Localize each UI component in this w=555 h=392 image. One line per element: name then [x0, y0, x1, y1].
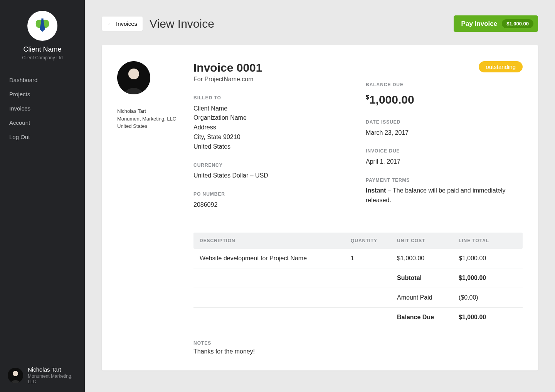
th-line-total: LINE TOTAL — [459, 238, 516, 243]
payment-terms-value: Instant – The balance will be paid and i… — [366, 186, 523, 205]
summary-label: Amount Paid — [397, 294, 459, 301]
sidebar-item-invoices[interactable]: Invoices — [0, 101, 85, 116]
status-badge: outstanding — [479, 61, 523, 72]
billed-to-country: United States — [193, 142, 350, 152]
topbar: ← Invoices View Invoice Pay Invoice $1,0… — [102, 15, 538, 32]
summary-amount-paid: Amount Paid ($0.00) — [193, 288, 523, 308]
td-line-total: $1,000.00 — [459, 255, 516, 262]
td-quantity: 1 — [351, 255, 397, 262]
svg-rect-0 — [41, 20, 44, 22]
invoice-title: Invoice 0001 — [193, 61, 350, 74]
invoice-due-label: INVOICE DUE — [366, 147, 523, 155]
sidebar-item-account[interactable]: Account — [0, 116, 85, 130]
po-number: 2086092 — [193, 200, 350, 210]
invoice-due-value: April 1, 2017 — [366, 157, 523, 167]
balance-value: 1,000.00 — [369, 93, 414, 106]
sidebar-item-dashboard[interactable]: Dashboard — [0, 73, 85, 87]
sender-name: Nicholas Tart — [117, 107, 179, 115]
currency-label: CURRENCY — [193, 162, 350, 169]
sender-info: Nicholas Tart Monument Marketing, LLC Un… — [117, 107, 179, 130]
summary-balance-due: Balance Due $1,000.00 — [193, 308, 523, 327]
billed-to-org: Organization Name — [193, 113, 350, 123]
balance-currency-symbol: $ — [366, 94, 369, 101]
svg-point-4 — [128, 69, 139, 79]
pay-invoice-button[interactable]: Pay Invoice $1,000.00 — [454, 15, 538, 32]
td-description: Website development for Project Name — [200, 255, 351, 262]
table-header: DESCRIPTION QUANTITY UNIT COST LINE TOTA… — [193, 233, 523, 249]
balance-label: BALANCE DUE — [366, 81, 523, 89]
sidebar-item-projects[interactable]: Projects — [0, 87, 85, 101]
sidebar-nav: Dashboard Projects Invoices Account Log … — [0, 73, 85, 144]
payment-terms-name: Instant — [366, 187, 386, 194]
sender-avatar — [117, 61, 150, 94]
logo — [27, 11, 57, 41]
sidebar: Client Name Client Company Ltd Dashboard… — [0, 0, 85, 392]
pay-button-amount: $1,000.00 — [502, 19, 533, 28]
summary-label: Subtotal — [397, 275, 459, 281]
payment-terms-label: PAYMENT TERMS — [366, 177, 523, 184]
sidebar-footer[interactable]: Nicholas Tart Monument Marketing, LLC — [8, 366, 81, 384]
main: ← Invoices View Invoice Pay Invoice $1,0… — [85, 0, 555, 392]
brand-logo-icon — [32, 16, 52, 36]
footer-user-company: Monument Marketing, LLC — [28, 374, 81, 384]
sender-company: Monument Marketing, LLC — [117, 115, 179, 123]
balance-amount: $1,000.00 — [366, 91, 523, 109]
pay-button-label: Pay Invoice — [461, 20, 498, 28]
client-name: Client Name — [8, 45, 77, 54]
back-button[interactable]: ← Invoices — [102, 17, 143, 31]
summary-value: ($0.00) — [459, 294, 516, 301]
payment-terms-desc: – The balance will be paid and immediate… — [366, 187, 506, 203]
page-title: View Invoice — [150, 17, 214, 30]
th-description: DESCRIPTION — [200, 238, 351, 243]
summary-subtotal: Subtotal $1,000.00 — [193, 268, 523, 288]
invoice-card: Nicholas Tart Monument Marketing, LLC Un… — [102, 45, 538, 370]
th-quantity: QUANTITY — [351, 238, 397, 243]
summary-label: Balance Due — [397, 314, 459, 321]
arrow-left-icon: ← — [107, 20, 113, 27]
table-row: Website development for Project Name 1 $… — [193, 249, 523, 268]
sender-country: United States — [117, 122, 179, 130]
billed-to-city: City, State 90210 — [193, 132, 350, 142]
po-label: PO NUMBER — [193, 191, 350, 198]
sidebar-item-logout[interactable]: Log Out — [0, 130, 85, 144]
notes-label: NOTES — [193, 340, 523, 346]
summary-value: $1,000.00 — [459, 314, 516, 321]
back-button-label: Invoices — [116, 20, 137, 27]
client-company: Client Company Ltd — [8, 55, 77, 60]
footer-user-name: Nicholas Tart — [28, 366, 81, 373]
billed-to-label: BILLED TO — [193, 94, 350, 102]
footer-avatar — [8, 368, 23, 383]
notes-section: NOTES Thanks for the money! — [193, 340, 523, 355]
date-issued-label: DATE ISSUED — [366, 119, 523, 126]
currency-value: United States Dollar – USD — [193, 171, 350, 181]
billed-to-name: Client Name — [193, 104, 350, 114]
svg-point-2 — [13, 371, 18, 376]
td-unit-cost: $1,000.00 — [397, 255, 459, 262]
summary-value: $1,000.00 — [459, 275, 516, 281]
date-issued-value: March 23, 2017 — [366, 128, 523, 138]
notes-text: Thanks for the money! — [193, 348, 523, 355]
invoice-line-items: DESCRIPTION QUANTITY UNIT COST LINE TOTA… — [193, 233, 523, 327]
th-unit-cost: UNIT COST — [397, 238, 459, 243]
invoice-subtitle: For ProjectName.com — [193, 76, 350, 83]
billed-to-address: Address — [193, 123, 350, 132]
